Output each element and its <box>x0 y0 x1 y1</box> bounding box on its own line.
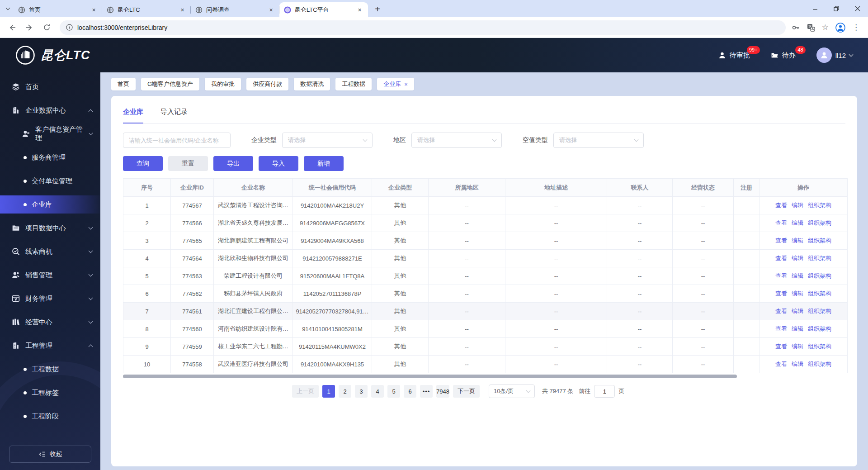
view-link[interactable]: 查看 <box>775 202 787 209</box>
window-close-button[interactable] <box>847 0 868 17</box>
tag-工程数据[interactable]: 工程数据 <box>335 78 372 90</box>
company-type-select[interactable]: 请选择 <box>282 133 373 148</box>
view-link[interactable]: 查看 <box>775 308 787 314</box>
user-menu[interactable]: ll12 <box>816 47 853 63</box>
tag-close-icon[interactable]: × <box>404 81 408 88</box>
sidebar-item-工程标签[interactable]: 工程标签 <box>0 381 100 404</box>
query-button[interactable]: 查询 <box>123 156 163 171</box>
export-button[interactable]: 导出 <box>213 156 253 171</box>
add-button[interactable]: 新增 <box>304 156 344 171</box>
edit-link[interactable]: 编辑 <box>792 202 803 209</box>
page-button-2[interactable]: 2 <box>339 385 351 398</box>
password-key-icon[interactable] <box>791 23 800 32</box>
goto-page-input[interactable] <box>594 385 615 398</box>
tab-导入记录[interactable]: 导入记录 <box>160 108 188 123</box>
org-structure-link[interactable]: 组织架构 <box>808 308 831 314</box>
next-page-button[interactable]: 下一页 <box>453 385 480 398</box>
tab-search-chevron[interactable] <box>2 0 14 17</box>
org-structure-link[interactable]: 组织架构 <box>808 343 831 350</box>
sidebar-item-项目数据中心[interactable]: 项目数据中心 <box>0 216 100 240</box>
page-button-3[interactable]: 3 <box>355 385 368 398</box>
page-size-select[interactable]: 10条/页 <box>489 385 535 398</box>
view-link[interactable]: 查看 <box>775 255 787 261</box>
bookmark-star-icon[interactable]: ☆ <box>822 23 829 32</box>
view-link[interactable]: 查看 <box>775 290 787 297</box>
sidebar-item-客户信息资产管理[interactable]: 客户信息资产管理 <box>0 122 100 146</box>
org-structure-link[interactable]: 组织架构 <box>808 255 831 261</box>
view-link[interactable]: 查看 <box>775 361 787 367</box>
org-structure-link[interactable]: 组织架构 <box>808 290 831 297</box>
sidebar-item-工程数据[interactable]: 工程数据 <box>0 357 100 381</box>
empty-type-select[interactable]: 请选择 <box>553 133 644 148</box>
browser-tab-1[interactable]: 首页× <box>14 2 102 17</box>
sidebar-item-线索商机[interactable]: 线索商机 <box>0 240 100 263</box>
prev-page-button[interactable]: 上一页 <box>292 385 319 398</box>
sidebar-item-服务商管理[interactable]: 服务商管理 <box>0 146 100 169</box>
page-button-6[interactable]: 6 <box>404 385 416 398</box>
tag-G端客户信息资产[interactable]: G端客户信息资产 <box>141 78 199 90</box>
sidebar-collapse-button[interactable]: 收起 <box>9 446 91 463</box>
todo-button[interactable]: 待办 48 <box>771 51 796 60</box>
edit-link[interactable]: 编辑 <box>792 272 803 279</box>
browser-tab-3[interactable]: 问卷调查× <box>191 2 279 17</box>
translate-icon[interactable] <box>807 23 816 32</box>
browser-tab-4[interactable]: 昆仑LTC平台× <box>279 2 368 17</box>
tag-供应商付款[interactable]: 供应商付款 <box>246 78 288 90</box>
org-structure-link[interactable]: 组织架构 <box>808 361 831 367</box>
tab-close-icon[interactable]: × <box>179 6 186 14</box>
tag-首页[interactable]: 首页 <box>111 78 136 90</box>
edit-link[interactable]: 编辑 <box>792 290 803 297</box>
browser-menu-icon[interactable]: ⋮ <box>852 23 860 32</box>
import-button[interactable]: 导入 <box>259 156 298 171</box>
profile-avatar-icon[interactable] <box>835 22 846 33</box>
reset-button[interactable]: 重置 <box>168 156 208 171</box>
address-bar[interactable]: localhost:3000/enterpriseLibrary <box>60 20 786 35</box>
tag-我的审批[interactable]: 我的审批 <box>205 78 241 90</box>
search-input[interactable] <box>123 133 231 148</box>
sidebar-item-工程阶段[interactable]: 工程阶段 <box>0 404 100 428</box>
view-link[interactable]: 查看 <box>775 219 787 226</box>
edit-link[interactable]: 编辑 <box>792 361 803 367</box>
pending-approval-button[interactable]: 待审批 99+ <box>718 51 750 60</box>
edit-link[interactable]: 编辑 <box>792 219 803 226</box>
tag-数据清洗[interactable]: 数据清洗 <box>294 78 330 90</box>
org-structure-link[interactable]: 组织架构 <box>808 325 831 332</box>
org-structure-link[interactable]: 组织架构 <box>808 237 831 244</box>
sidebar-item-企业库[interactable]: 企业库 <box>0 195 100 214</box>
back-button[interactable] <box>5 20 20 35</box>
view-link[interactable]: 查看 <box>775 325 787 332</box>
page-button-5[interactable]: 5 <box>387 385 400 398</box>
page-button-1[interactable]: 1 <box>322 385 335 398</box>
view-link[interactable]: 查看 <box>775 272 787 279</box>
edit-link[interactable]: 编辑 <box>792 255 803 261</box>
tab-企业库[interactable]: 企业库 <box>123 108 143 123</box>
edit-link[interactable]: 编辑 <box>792 325 803 332</box>
sidebar-item-交付单位管理[interactable]: 交付单位管理 <box>0 169 100 193</box>
tab-close-icon[interactable]: × <box>356 6 363 14</box>
org-structure-link[interactable]: 组织架构 <box>808 219 831 226</box>
horizontal-scrollbar-thumb[interactable] <box>123 375 737 378</box>
new-tab-button[interactable]: + <box>371 2 384 16</box>
org-structure-link[interactable]: 组织架构 <box>808 202 831 209</box>
view-link[interactable]: 查看 <box>775 343 787 350</box>
forward-button[interactable] <box>22 20 37 35</box>
more-pages-button[interactable]: ••• <box>420 385 433 398</box>
tab-close-icon[interactable]: × <box>90 6 98 14</box>
window-minimize-button[interactable] <box>804 0 826 17</box>
site-info-icon[interactable] <box>66 24 73 31</box>
tab-close-icon[interactable]: × <box>267 6 275 14</box>
sidebar-item-企业数据中心[interactable]: 企业数据中心 <box>0 99 100 122</box>
edit-link[interactable]: 编辑 <box>792 308 803 314</box>
sidebar-item-首页[interactable]: 首页 <box>0 75 100 99</box>
sidebar-item-销售管理[interactable]: 销售管理 <box>0 263 100 287</box>
sidebar-item-财务管理[interactable]: 财务管理 <box>0 287 100 310</box>
sidebar-item-经营中心[interactable]: 经营中心 <box>0 310 100 334</box>
edit-link[interactable]: 编辑 <box>792 343 803 350</box>
edit-link[interactable]: 编辑 <box>792 237 803 244</box>
window-restore-button[interactable] <box>826 0 847 17</box>
page-button-4[interactable]: 4 <box>371 385 384 398</box>
sidebar-item-工程管理[interactable]: 工程管理 <box>0 334 100 357</box>
org-structure-link[interactable]: 组织架构 <box>808 272 831 279</box>
tag-企业库[interactable]: 企业库× <box>377 78 414 90</box>
view-link[interactable]: 查看 <box>775 237 787 244</box>
